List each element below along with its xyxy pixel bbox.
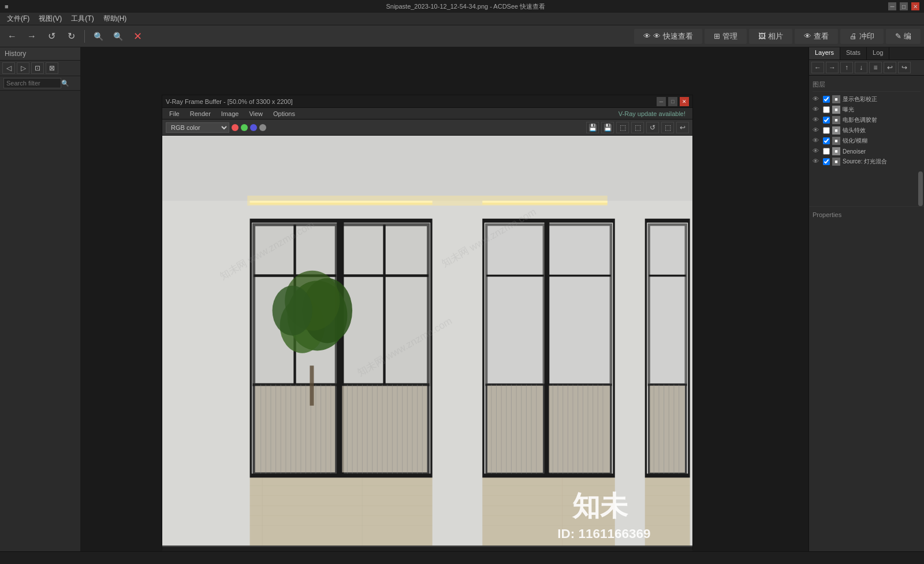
maximize-button[interactable]: □ [900,2,908,10]
green-channel-dot[interactable] [241,124,248,131]
hist-fwd-btn[interactable]: ▷ [17,62,29,74]
layer-check-0[interactable] [823,96,830,103]
search-input[interactable] [3,78,61,88]
search-filter: 🔍 [0,76,80,91]
svg-rect-103 [162,136,692,201]
hist-back-btn[interactable]: ◁ [2,62,15,74]
svg-rect-37 [341,384,429,473]
menu-help[interactable]: 帮助(H) [99,13,132,25]
vray-layers-btn[interactable]: ⬚ [661,122,674,133]
layer-eye-5[interactable]: 👁 [813,147,821,155]
room-render-svg: 知未网 www.znzmo.com 知未网 www.znzmo.com 知未网 … [162,136,692,546]
vray-menu-image[interactable]: Image [217,110,244,118]
search-button[interactable]: 🔍 [61,80,69,87]
close-image-button[interactable]: ✕ [129,28,146,44]
layers-scrollbar[interactable] [918,171,923,206]
center-area: V-Ray Frame Buffer - [50.0% of 3300 x 22… [81,47,808,564]
minimize-button[interactable]: ─ [888,2,896,10]
svg-rect-90 [649,225,686,384]
layer-icon-1: ■ [832,106,840,114]
redo-button[interactable]: ↻ [62,28,80,44]
vray-save-btn[interactable]: 💾 [586,122,599,133]
vray-maximize-btn[interactable]: □ [668,97,677,106]
layer-up-btn[interactable]: ↑ [840,62,853,73]
vray-menu-file[interactable]: File [165,110,184,118]
layer-name-2: 电影色调胶射 [843,116,877,124]
layer-check-5[interactable] [823,148,830,155]
layer-icon-5: ■ [832,147,840,155]
history-toolbar: ◁ ▷ ⊡ ⊠ [0,61,80,76]
vray-undo-btn[interactable]: ↩ [676,122,689,133]
all-channel-dot[interactable] [259,124,266,131]
layer-name-0: 显示色彩校正 [843,95,877,103]
tab-log[interactable]: Log [867,47,889,59]
layer-check-3[interactable] [823,127,830,134]
red-channel-dot[interactable] [232,124,239,131]
layer-menu-btn[interactable]: ≡ [869,62,882,73]
vray-save-as-btn[interactable]: 💾 [601,122,614,133]
menu-view[interactable]: 视图(V) [34,13,66,25]
layer-eye-0[interactable]: 👁 [813,95,821,103]
zoom-in-button[interactable]: 🔍 [90,28,107,44]
layer-name-3: 镜头特效 [843,126,866,135]
undo-button[interactable]: ↺ [43,28,60,44]
tab-manage[interactable]: ⊞ 管理 [705,29,747,44]
window-title: Snipaste_2023-10-12_12-54-34.png - ACDSe… [12,2,919,11]
image-area[interactable]: 知未网 www.znzmo.com 知未网 www.znzmo.com 知未网 … [162,136,692,547]
layer-fwd-btn[interactable]: → [826,62,839,73]
close-button[interactable]: ✕ [911,2,919,10]
layer-check-4[interactable] [823,137,830,144]
vray-reset-btn[interactable]: ↺ [646,122,659,133]
layer-check-6[interactable] [823,158,830,165]
vray-menu-options[interactable]: Options [269,110,300,118]
vray-menu-view[interactable]: View [244,110,267,118]
layer-back-btn[interactable]: ← [811,62,824,73]
vray-window-title: V-Ray Frame Buffer - [50.0% of 3300 x 22… [166,98,293,105]
layers-header: 图层 [813,78,921,92]
right-layers-toolbar: ← → ↑ ↓ ≡ ↩ ↪ [809,60,924,76]
svg-point-59 [273,286,312,336]
layer-redo-btn[interactable]: ↪ [898,62,911,73]
vray-window: V-Ray Frame Buffer - [50.0% of 3300 x 22… [162,95,693,550]
vray-load-btn[interactable]: ⬚ [616,122,629,133]
hist-clear-btn[interactable]: ⊠ [46,62,58,74]
layer-check-2[interactable] [823,117,830,124]
app-icon: ■ [5,3,9,10]
tab-layers[interactable]: Layers [809,47,840,59]
svg-rect-54 [310,365,314,405]
layer-eye-3[interactable]: 👁 [813,126,821,135]
vray-menu-render[interactable]: Render [185,110,215,118]
layer-eye-1[interactable]: 👁 [813,106,821,114]
layer-undo-btn[interactable]: ↩ [884,62,896,73]
layer-icon-2: ■ [832,116,840,124]
vray-compare-btn[interactable]: ⬚ [631,122,644,133]
svg-rect-104 [247,196,608,206]
hist-grid-btn[interactable]: ⊡ [31,62,44,74]
blue-channel-dot[interactable] [250,124,257,131]
history-header: History [0,47,80,61]
tab-photos[interactable]: 🖼 相片 [749,29,792,44]
back-button[interactable]: ← [3,28,21,44]
layer-check-1[interactable] [823,106,830,113]
menu-tools[interactable]: 工具(T) [66,13,98,25]
tab-view[interactable]: 👁 查看 [795,29,838,44]
zoom-out-button[interactable]: 🔍 [109,28,126,44]
tab-stats[interactable]: Stats [840,47,867,59]
layer-name-6: Source: 灯光混合 [843,158,887,166]
forward-button[interactable]: → [23,28,40,44]
layer-eye-6[interactable]: 👁 [813,158,821,166]
vray-close-btn[interactable]: ✕ [680,97,689,106]
svg-text:ID: 1161166369: ID: 1161166369 [557,526,650,541]
menu-file[interactable]: 文件(F) [2,13,34,25]
color-mode-select[interactable]: RGB color Alpha [166,122,229,133]
layer-icon-6: ■ [832,158,840,166]
tab-quickview[interactable]: 👁 👁 快速查看 [634,29,702,44]
vray-minimize-btn[interactable]: ─ [657,97,666,106]
main-layout: History ◁ ▷ ⊡ ⊠ 🔍 V-Ray Frame Buffer - [… [0,47,924,564]
layer-eye-4[interactable]: 👁 [813,137,821,145]
tab-print[interactable]: 🖨 冲印 [840,29,884,44]
layer-eye-2[interactable]: 👁 [813,116,821,124]
tab-edit[interactable]: ✎ 编 [886,29,921,44]
layer-down-btn[interactable]: ↓ [855,62,867,73]
layer-icon-3: ■ [832,126,840,135]
